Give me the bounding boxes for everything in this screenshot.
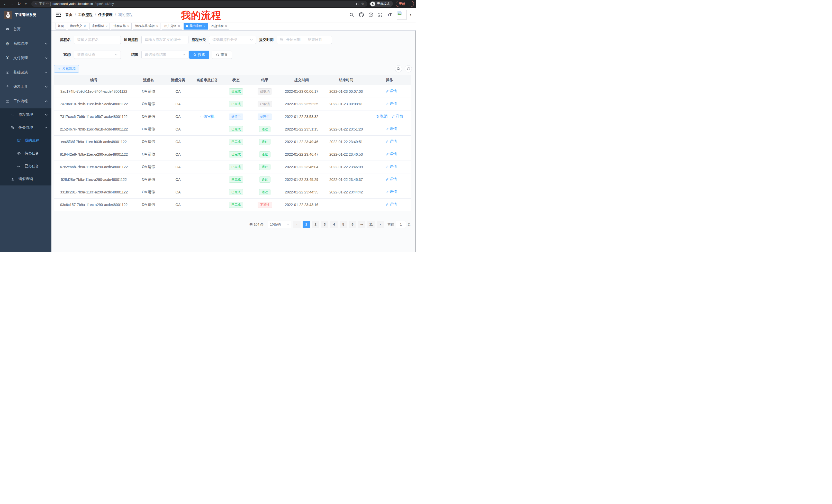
browser-toolbar: ← → ↻ ⌂ ⚠ 不安全 dashboard.yudao.iocoder.cn… [0, 0, 416, 8]
status-badge: 已完成 [229, 126, 243, 132]
close-tab-icon[interactable]: × [127, 24, 129, 28]
scrollbar-thumb[interactable] [415, 27, 416, 252]
detail-link[interactable]: 详情 [385, 102, 397, 106]
more-pages-button[interactable]: ••• [358, 221, 365, 228]
sidebar-item-workflow[interactable]: 工作流程 [0, 94, 51, 108]
detail-link[interactable]: 详情 [385, 190, 397, 194]
view-tab[interactable]: 我的流程 × [184, 23, 208, 30]
filter-row-1: 流程名 请输入流程名 所属流程 请输入流程定义的编号 流程分类 请选择流程分类 … [54, 36, 413, 44]
create-process-button[interactable]: ＋ 发起流程 [54, 65, 79, 73]
view-tab[interactable]: 发起流程 × [209, 23, 230, 30]
page-button[interactable]: 11 [367, 221, 374, 228]
chevron-down-icon [45, 43, 48, 45]
page-button[interactable]: 5 [340, 221, 347, 228]
refresh-table-button[interactable] [405, 65, 412, 73]
collapse-sidebar-icon[interactable] [55, 12, 61, 18]
sidebar-item-task-mgmt[interactable]: 任务管理 [0, 121, 51, 134]
view-tab[interactable]: 流程模型 × [89, 23, 110, 30]
toggle-search-button[interactable] [395, 65, 402, 73]
detail-link[interactable]: 详情 [385, 139, 397, 144]
reset-button[interactable]: 重置 [212, 51, 232, 59]
process-table: 编号流程名流程分类当前审批任务状态结果提交时间结束时间操作 3ad174fb-7… [54, 75, 411, 211]
close-tab-icon[interactable]: × [203, 24, 205, 28]
search-button[interactable]: 搜索 [189, 51, 209, 59]
prev-page-button[interactable]: ‹ [293, 221, 301, 228]
column-header: 提交时间 [279, 75, 324, 85]
view-tab[interactable]: 流程表单 × [111, 23, 132, 30]
search-icon[interactable] [349, 12, 354, 18]
sidebar-item-infra[interactable]: 基础设施 [0, 65, 51, 80]
sidebar-item-payment[interactable]: ¥ 支付管理 [0, 51, 51, 65]
process-name-cell: OA 请假 [134, 148, 163, 161]
view-tab[interactable]: 流程表单-编辑 × [133, 23, 161, 30]
font-size-icon[interactable]: тT [387, 12, 392, 18]
back-icon[interactable]: ← [2, 1, 8, 7]
key-icon[interactable] [355, 2, 359, 6]
view-tab[interactable]: 用户分组 × [162, 23, 182, 30]
close-tab-icon[interactable]: × [106, 24, 108, 28]
detail-link[interactable]: 详情 [385, 127, 397, 131]
next-page-button[interactable]: › [377, 221, 384, 228]
sidebar-item-system[interactable]: ⚙ 系统管理 [0, 36, 51, 51]
close-tab-icon[interactable]: × [156, 24, 158, 28]
sidebar-item-todo-tasks[interactable]: 待办任务 [0, 147, 51, 160]
detail-link[interactable]: 详情 [385, 177, 397, 181]
process-name-input[interactable]: 请输入流程名 [74, 36, 121, 44]
page-size-select[interactable]: 10条/页 [268, 221, 291, 228]
submit-time-cell: 2022-01-22 23:46:04 [279, 161, 324, 173]
detail-link[interactable]: 详情 [385, 89, 397, 93]
reload-icon[interactable]: ↻ [16, 1, 22, 7]
caret-down-icon[interactable]: ▼ [409, 13, 412, 16]
sidebar-item-leave-query[interactable]: 请假查询 [0, 173, 51, 186]
close-tab-icon[interactable]: × [178, 24, 180, 28]
close-tab-icon[interactable]: × [84, 24, 86, 28]
breadcrumb-workflow[interactable]: 工作流程 [78, 12, 93, 17]
chevron-up-icon [45, 101, 48, 102]
end-time-cell: 2022-01-22 23:49:51 [324, 135, 368, 148]
page-button[interactable]: 2 [312, 221, 319, 228]
view-tab[interactable]: 流程定义 × [68, 23, 88, 30]
update-button[interactable]: 更新 ⋮ [396, 1, 414, 7]
end-time-cell [324, 110, 368, 123]
sidebar-item-done-tasks[interactable]: 已办任务 [0, 160, 51, 173]
detail-link[interactable]: 详情 [385, 202, 397, 207]
detail-link[interactable]: 详情 [392, 114, 403, 119]
cancel-link[interactable]: 取消 [376, 114, 387, 119]
submit-time-range-picker[interactable]: 开始日期 - 结束日期 [277, 36, 332, 44]
view-tab[interactable]: 首页 × [55, 23, 66, 30]
help-icon[interactable] [368, 12, 373, 18]
edit-icon [392, 115, 395, 118]
page-button[interactable]: 1 [303, 221, 310, 228]
content: 流程名 请输入流程名 所属流程 请输入流程定义的编号 流程分类 请选择流程分类 … [51, 31, 416, 228]
status-select[interactable]: 请选择状态 [74, 51, 121, 59]
browser-menu-icon[interactable]: ⋮ [408, 2, 411, 6]
page-button[interactable]: 4 [330, 221, 338, 228]
sidebar-item-process-mgmt[interactable]: 流程管理 [0, 108, 51, 121]
breadcrumb-home[interactable]: 首页 [65, 12, 73, 17]
current-task-link[interactable]: 一级审批 [200, 114, 214, 118]
app-logo-row[interactable]: 芋道管理系统 [0, 8, 51, 22]
process-definition-input[interactable]: 请输入流程定义的编号 [141, 36, 188, 44]
sidebar-item-home[interactable]: 首页 [0, 22, 51, 36]
avatar[interactable] [397, 10, 407, 20]
home-icon[interactable]: ⌂ [23, 1, 29, 7]
address-bar[interactable]: ⚠ 不安全 dashboard.yudao.iocoder.cn /bpm/ta… [31, 1, 367, 7]
detail-link[interactable]: 详情 [385, 152, 397, 157]
category-cell: OA [163, 161, 193, 173]
goto-page-input[interactable] [396, 221, 406, 228]
category-select[interactable]: 请选择流程分类 [209, 36, 256, 44]
close-tab-icon[interactable]: × [225, 24, 227, 28]
result-select[interactable]: 请选择流结果 [141, 51, 188, 59]
bookmark-star-icon[interactable]: ☆ [361, 2, 364, 6]
page-button[interactable]: 3 [321, 221, 328, 228]
sidebar-item-my-process[interactable]: 我的流程 [0, 134, 51, 147]
breadcrumb-task-mgmt[interactable]: 任务管理 [98, 12, 113, 17]
process-id-cell: 819442e8-7b9a-11ec-a290-acde48001122 [54, 148, 134, 161]
fullscreen-icon[interactable] [378, 12, 383, 18]
detail-link[interactable]: 详情 [385, 164, 397, 169]
sidebar-item-devtools[interactable]: 研发工具 [0, 80, 51, 94]
forward-icon[interactable]: → [9, 1, 16, 7]
github-icon[interactable] [359, 12, 364, 18]
scrollbar[interactable] [414, 16, 416, 252]
page-button[interactable]: 6 [349, 221, 356, 228]
